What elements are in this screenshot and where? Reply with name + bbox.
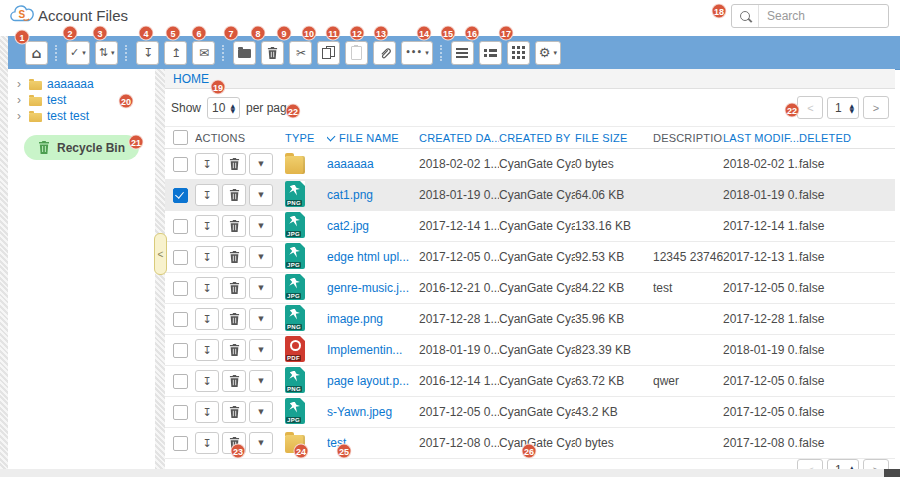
row-delete-button[interactable] [222,277,246,299]
expand-chevron-icon[interactable]: › [17,94,24,106]
expand-chevron-icon[interactable]: › [17,110,24,122]
column-header-created-da-[interactable]: CREATED DA... [419,132,499,144]
annotation-badge-15: 15 [441,26,456,41]
row-download-button[interactable]: ↧ [195,432,219,454]
row-checkbox[interactable] [173,219,188,234]
trash-icon [38,141,50,154]
row-menu-button[interactable]: ▼ [249,370,273,392]
row-download-button[interactable]: ↧ [195,370,219,392]
file-name-link[interactable]: Implementin... [327,343,419,357]
column-header-deleted[interactable]: DELETED [799,132,895,144]
column-header-file-size[interactable]: FILE SIZE [575,132,653,144]
row-select-cell [165,312,195,327]
row-download-button[interactable]: ↧ [195,184,219,206]
annotation-badge-17: 17 [499,26,514,41]
row-delete-button[interactable] [222,153,246,175]
search-input[interactable] [759,9,888,23]
select-all-checkbox[interactable] [173,130,188,145]
row-download-button[interactable]: ↧ [195,153,219,175]
list-view-button[interactable] [451,41,474,65]
paste-button[interactable] [345,41,368,65]
file-name-link[interactable]: page layout.p... [327,374,419,388]
row-menu-button[interactable]: ▼ [249,308,273,330]
row-checkbox[interactable] [173,343,188,358]
detail-view-button[interactable] [479,41,502,65]
file-name-link[interactable]: image.png [327,312,419,326]
select-button[interactable]: ✓▾ [66,41,90,65]
column-header-description[interactable]: DESCRIPTION [653,132,723,144]
row-delete-button[interactable] [222,184,246,206]
row-menu-button[interactable]: ▼ [249,277,273,299]
row-delete-button[interactable] [222,401,246,423]
email-button[interactable]: ✉ [192,41,215,65]
delete-button[interactable] [261,41,284,65]
page-number-stepper[interactable]: 1 ▲▼ [827,97,859,119]
row-checkbox[interactable] [173,250,188,265]
sidebar-collapse-handle[interactable]: < [154,233,167,275]
row-download-button[interactable]: ↧ [195,339,219,361]
page-fold [300,367,305,372]
next-page-button[interactable]: > [863,96,889,119]
more-button[interactable]: •••▾ [401,41,432,65]
file-name-link[interactable]: s-Yawn.jpeg [327,405,419,419]
row-delete-button[interactable] [222,215,246,237]
home-button[interactable]: ⌂ [25,41,48,65]
file-name-link[interactable]: aaaaaaa [327,157,419,171]
row-checkbox[interactable] [173,281,188,296]
grid-view-button[interactable] [507,41,530,65]
cut-button[interactable]: ✂ [289,41,312,65]
row-checkbox[interactable] [173,436,188,451]
folder-icon [29,113,42,122]
tab-home[interactable]: HOME [173,72,209,86]
row-checkbox[interactable] [173,188,188,203]
row-menu-button[interactable]: ▼ [249,153,273,175]
settings-button[interactable]: ⚙▾ [535,41,561,65]
sidebar-folder-aaaaaaa[interactable]: ›aaaaaaa [8,76,155,92]
expand-chevron-icon[interactable]: › [17,78,24,90]
row-delete-button[interactable] [222,339,246,361]
stepper-arrows-icon[interactable]: ▲▼ [849,103,854,113]
row-download-button[interactable]: ↧ [195,215,219,237]
row-delete-button[interactable] [222,370,246,392]
column-header-type[interactable]: TYPE [285,132,327,144]
row-download-button[interactable]: ↧ [195,277,219,299]
column-header-actions[interactable]: ACTIONS [195,132,285,144]
recycle-bin-button[interactable]: Recycle Bin [24,135,139,160]
page-fold [300,212,305,217]
file-name-link[interactable]: cat1.png [327,188,419,202]
file-name-link[interactable]: cat2.jpg [327,219,419,233]
row-menu-button[interactable]: ▼ [249,215,273,237]
sidebar-folder-test-test[interactable]: ›test test [8,108,155,124]
description-cell: 12345 23746... [653,250,723,264]
row-download-button[interactable]: ↧ [195,246,219,268]
upload-button[interactable]: ↥ [164,41,187,65]
column-header-file-name[interactable]: FILE NAME [327,132,419,144]
copy-button[interactable] [317,41,340,65]
row-checkbox[interactable] [173,374,188,389]
row-checkbox[interactable] [173,157,188,172]
row-menu-button[interactable]: ▼ [249,432,273,454]
row-delete-button[interactable] [222,308,246,330]
column-header-last-modif-[interactable]: LAST MODIF... [723,132,799,144]
row-menu-button[interactable]: ▼ [249,339,273,361]
row-menu-button[interactable]: ▼ [249,246,273,268]
download-button[interactable]: ↧ [136,41,159,65]
attach-button[interactable] [373,41,396,65]
new-folder-button[interactable] [233,41,256,65]
column-header-created-by[interactable]: CREATED BY [499,132,575,144]
row-download-button[interactable]: ↧ [195,308,219,330]
row-checkbox[interactable] [173,405,188,420]
row-download-button[interactable]: ↧ [195,401,219,423]
row-delete-button[interactable] [222,246,246,268]
row-checkbox[interactable] [173,312,188,327]
row-menu-button[interactable]: ▼ [249,401,273,423]
per-page-stepper[interactable]: 10 ▲▼ [207,97,240,119]
file-name-link[interactable]: edge html upl... [327,250,419,264]
stepper-arrows-icon[interactable]: ▲▼ [230,103,235,113]
row-menu-button[interactable]: ▼ [249,184,273,206]
prev-page-button[interactable]: < [797,96,823,119]
jpg-file-icon: JPG [285,212,305,238]
sort-button[interactable]: ⇅▾ [95,41,119,65]
file-name-link[interactable]: genre-music.j... [327,281,419,295]
table-row: ↧▼JPGs-Yawn.jpeg2017-12-05 0...CyanGate … [165,397,895,428]
